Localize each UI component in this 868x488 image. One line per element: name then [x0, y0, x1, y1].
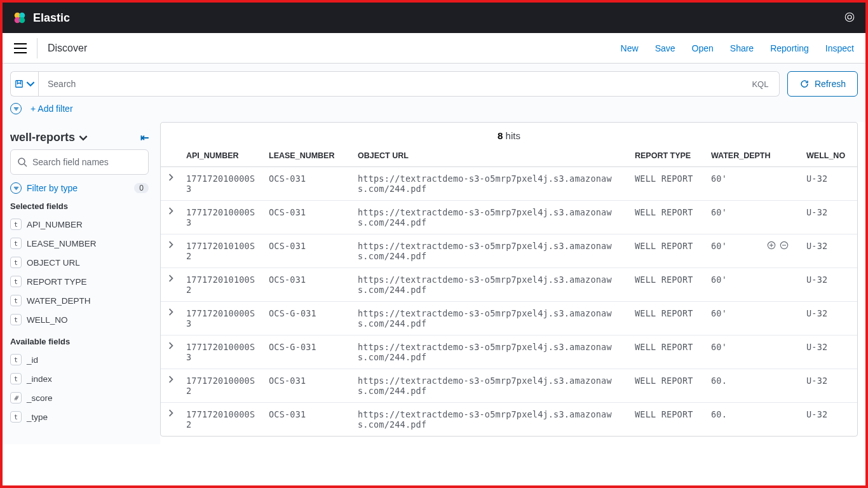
- hit-count-number: 8: [498, 130, 503, 141]
- filter-settings-icon[interactable]: [10, 103, 22, 114]
- field-item[interactable]: #_score: [6, 388, 153, 407]
- menu-toggle-icon[interactable]: [14, 43, 27, 53]
- text-type-icon: t: [10, 219, 22, 230]
- svg-point-10: [18, 158, 25, 165]
- field-search-placeholder: Search field names: [32, 157, 109, 167]
- cell: https://textractdemo-s3-o5mrp7pxel4j.s3.…: [351, 167, 628, 201]
- cell: https://textractdemo-s3-o5mrp7pxel4j.s3.…: [351, 336, 628, 369]
- cell: OCS-031: [262, 167, 351, 201]
- nav-save[interactable]: Save: [655, 43, 675, 53]
- table-row: 177172010000S2OCS-031https://textractdem…: [161, 369, 857, 403]
- nav-inspect[interactable]: Inspect: [825, 43, 854, 53]
- cell: WELL REPORT: [628, 369, 705, 403]
- nav-reporting[interactable]: Reporting: [770, 43, 809, 53]
- cell: U-32: [800, 234, 857, 268]
- col-api-number[interactable]: API_NUMBER: [180, 145, 262, 167]
- expand-row-toggle[interactable]: [161, 403, 180, 437]
- cell: 177172010000S3: [180, 336, 262, 369]
- svg-line-11: [24, 164, 27, 166]
- elastic-logo-icon: [13, 11, 27, 25]
- fields-sidebar: well-reports ⇤ Search field names Filter…: [3, 122, 160, 444]
- cell: https://textractdemo-s3-o5mrp7pxel4j.s3.…: [351, 369, 628, 403]
- cell: 60': [705, 302, 800, 336]
- col-water-depth[interactable]: WATER_DEPTH: [705, 145, 800, 167]
- expand-row-toggle[interactable]: [161, 336, 180, 369]
- expand-row-toggle[interactable]: [161, 167, 180, 201]
- field-name: LEASE_NUMBER: [27, 239, 97, 248]
- app-bar: Discover New Save Open Share Reporting I…: [3, 33, 865, 64]
- saved-query-button[interactable]: [10, 71, 38, 97]
- filter-for-value-icon[interactable]: [767, 241, 776, 252]
- refresh-button[interactable]: Refresh: [787, 71, 858, 97]
- cell: https://textractdemo-s3-o5mrp7pxel4j.s3.…: [351, 268, 628, 302]
- search-input[interactable]: Search: [38, 71, 742, 97]
- col-object-url[interactable]: OBJECT URL: [351, 145, 628, 167]
- cell: 177172010000S3: [180, 302, 262, 336]
- col-lease-number[interactable]: LEASE_NUMBER: [262, 145, 351, 167]
- cell: https://textractdemo-s3-o5mrp7pxel4j.s3.…: [351, 403, 628, 437]
- cell: WELL REPORT: [628, 268, 705, 302]
- nav-share[interactable]: Share: [730, 43, 754, 53]
- field-item[interactable]: tOBJECT URL: [6, 253, 153, 272]
- expand-row-toggle[interactable]: [161, 369, 180, 403]
- col-report-type[interactable]: REPORT TYPE: [628, 145, 705, 167]
- filter-by-type-button[interactable]: Filter by type: [10, 182, 78, 194]
- cell: WELL REPORT: [628, 167, 705, 201]
- number-type-icon: #: [10, 392, 22, 403]
- text-type-icon: t: [10, 354, 22, 365]
- nav-open[interactable]: Open: [692, 43, 714, 53]
- query-language-switch[interactable]: KQL: [742, 71, 780, 97]
- field-item[interactable]: t_index: [6, 369, 153, 388]
- expand-row-toggle[interactable]: [161, 234, 180, 268]
- collapse-sidebar-icon[interactable]: ⇤: [140, 132, 149, 144]
- index-pattern-select[interactable]: well-reports: [10, 131, 88, 144]
- field-name: REPORT TYPE: [27, 277, 87, 287]
- table-row: 177172010100S2OCS-031https://textractdem…: [161, 234, 857, 268]
- field-name: WATER_DEPTH: [27, 296, 91, 306]
- field-item[interactable]: tWELL_NO: [6, 310, 153, 329]
- hit-count-label: hits: [506, 130, 520, 141]
- field-item[interactable]: t_id: [6, 350, 153, 369]
- field-search-input[interactable]: Search field names: [10, 149, 149, 175]
- results-table: API_NUMBER LEASE_NUMBER OBJECT URL REPOR…: [161, 145, 857, 436]
- field-item[interactable]: tLEASE_NUMBER: [6, 234, 153, 253]
- hit-count: 8 hits: [161, 123, 857, 145]
- cell: OCS-031: [262, 403, 351, 437]
- field-item[interactable]: tAPI_NUMBER: [6, 215, 153, 234]
- global-header: Elastic: [3, 3, 865, 33]
- cell: 177172010000S2: [180, 369, 262, 403]
- results-panel: 8 hits API_NUMBER LEASE_NUMBER OBJECT UR…: [160, 122, 865, 444]
- cell: WELL REPORT: [628, 302, 705, 336]
- cell: WELL REPORT: [628, 336, 705, 369]
- expand-row-toggle[interactable]: [161, 268, 180, 302]
- field-item[interactable]: tREPORT TYPE: [6, 272, 153, 291]
- brand-name: Elastic: [33, 11, 70, 25]
- cell: 60': [705, 167, 800, 201]
- add-filter-button[interactable]: + Add filter: [31, 104, 73, 114]
- cell: 60.: [705, 369, 800, 403]
- field-name: _type: [27, 412, 48, 422]
- expand-row-toggle[interactable]: [161, 201, 180, 234]
- field-item[interactable]: t_type: [6, 407, 153, 426]
- filter-out-value-icon[interactable]: [780, 241, 789, 252]
- available-fields-heading: Available fields: [10, 337, 149, 346]
- field-name: _id: [27, 355, 38, 365]
- filter-count-badge: 0: [134, 183, 149, 193]
- cell: https://textractdemo-s3-o5mrp7pxel4j.s3.…: [351, 201, 628, 234]
- text-type-icon: t: [10, 314, 22, 325]
- expand-row-toggle[interactable]: [161, 302, 180, 336]
- cell: OCS-G-031: [262, 336, 351, 369]
- cell: 60': [705, 336, 800, 369]
- cell: 177172010000S2: [180, 403, 262, 437]
- refresh-icon: [799, 79, 810, 89]
- text-type-icon: t: [10, 238, 22, 249]
- filter-by-type-label: Filter by type: [27, 183, 78, 193]
- text-type-icon: t: [10, 373, 22, 384]
- table-row: 177172010000S3OCS-G-031https://textractd…: [161, 302, 857, 336]
- help-icon[interactable]: [844, 11, 855, 25]
- nav-new[interactable]: New: [621, 43, 639, 53]
- field-item[interactable]: tWATER_DEPTH: [6, 291, 153, 310]
- cell: U-32: [800, 302, 857, 336]
- col-well-no[interactable]: WELL_NO: [800, 145, 857, 167]
- index-pattern-label: well-reports: [10, 131, 75, 144]
